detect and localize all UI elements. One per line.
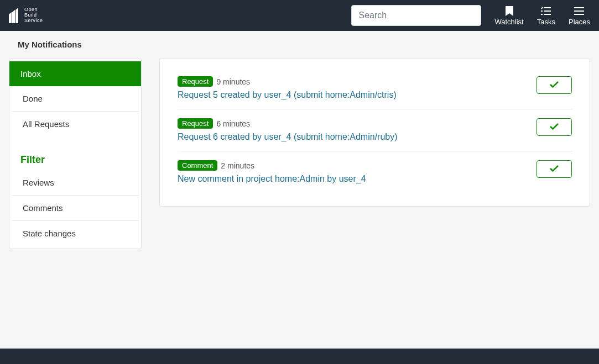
main-content: Inbox Done All Requests Filter Reviews C…: [0, 58, 599, 249]
notification-title-link[interactable]: Request 5 created by user_4 (submit home…: [178, 90, 397, 100]
svg-rect-6: [544, 7, 551, 8]
navbar-right: Watchlist Tasks: [351, 5, 590, 26]
notification-meta: Request 9 minutes: [178, 76, 397, 87]
sidebar-item-all-requests[interactable]: All Requests: [12, 112, 139, 136]
footer: [0, 349, 599, 364]
nav-tasks[interactable]: Tasks: [537, 6, 555, 26]
notification-badge: Comment: [178, 160, 217, 171]
notification-content: Request 6 minutes Request 6 created by u…: [178, 118, 398, 142]
sidebar-nav-section: Inbox Done All Requests: [9, 61, 141, 136]
mark-read-button[interactable]: [537, 76, 572, 94]
notifications-panel: Request 9 minutes Request 5 created by u…: [159, 58, 590, 207]
check-icon: [550, 165, 559, 173]
svg-rect-1: [12, 12, 15, 23]
notification-time: 6 minutes: [216, 119, 250, 128]
mark-read-button[interactable]: [537, 160, 572, 178]
nav-watchlist[interactable]: Watchlist: [494, 6, 523, 26]
notification-content: Comment 2 minutes New comment in project…: [178, 160, 366, 184]
svg-rect-0: [9, 14, 12, 23]
search-input[interactable]: [351, 5, 481, 26]
footer-gap: [0, 322, 599, 349]
logo-text: Open Build Service: [24, 7, 43, 24]
nav-places[interactable]: Places: [569, 6, 590, 26]
notification-title-link[interactable]: New comment in project home:Admin by use…: [178, 174, 366, 184]
notification-time: 2 minutes: [221, 161, 254, 170]
svg-rect-7: [544, 10, 551, 12]
notification-meta: Request 6 minutes: [178, 118, 398, 129]
bookmark-icon: [506, 6, 513, 17]
logo[interactable]: Open Build Service: [9, 7, 43, 24]
mark-read-button[interactable]: [537, 118, 572, 136]
svg-rect-12: [574, 10, 584, 12]
sidebar-gap: [9, 136, 141, 147]
sidebar-filter-section: Reviews Comments State changes: [9, 170, 141, 246]
svg-rect-9: [541, 10, 543, 12]
svg-rect-13: [574, 14, 584, 15]
sidebar-filter-reviews[interactable]: Reviews: [12, 170, 139, 196]
check-icon: [550, 81, 559, 89]
check-icon: [550, 123, 559, 131]
svg-marker-3: [9, 12, 12, 14]
notification-row: Comment 2 minutes New comment in project…: [178, 151, 572, 193]
notification-row: Request 9 minutes Request 5 created by u…: [178, 72, 572, 109]
svg-rect-2: [15, 10, 18, 23]
notification-title-link[interactable]: Request 6 created by user_4 (submit home…: [178, 132, 398, 142]
nav-places-label: Places: [569, 18, 590, 26]
nav-tasks-label: Tasks: [537, 18, 555, 26]
svg-marker-5: [15, 8, 18, 10]
tasks-icon: [541, 6, 551, 17]
navbar: Open Build Service Watchlist: [0, 0, 599, 31]
svg-rect-10: [541, 14, 543, 15]
notification-time: 9 minutes: [216, 77, 250, 86]
sidebar-item-done[interactable]: Done: [12, 86, 139, 112]
svg-rect-8: [544, 14, 551, 15]
svg-rect-11: [574, 7, 584, 8]
menu-icon: [574, 6, 584, 17]
notification-badge: Request: [178, 76, 213, 87]
notification-content: Request 9 minutes Request 5 created by u…: [178, 76, 397, 100]
sidebar-filter-comments[interactable]: Comments: [12, 196, 139, 221]
sidebar-filter-header: Filter: [9, 147, 141, 170]
logo-line3: Service: [24, 18, 43, 24]
nav-watchlist-label: Watchlist: [494, 18, 523, 26]
notification-badge: Request: [178, 118, 213, 129]
content-wrapper: My Notifications Inbox Done All Requests…: [0, 31, 599, 322]
page-title: My Notifications: [0, 31, 599, 58]
notification-row: Request 6 minutes Request 6 created by u…: [178, 109, 572, 151]
sidebar: Inbox Done All Requests Filter Reviews C…: [9, 58, 142, 249]
svg-marker-4: [12, 10, 15, 12]
notification-meta: Comment 2 minutes: [178, 160, 366, 171]
sidebar-filter-state-changes[interactable]: State changes: [12, 221, 139, 246]
sidebar-item-inbox[interactable]: Inbox: [9, 61, 141, 86]
logo-icon: [9, 8, 21, 23]
navbar-left: Open Build Service: [9, 7, 43, 24]
